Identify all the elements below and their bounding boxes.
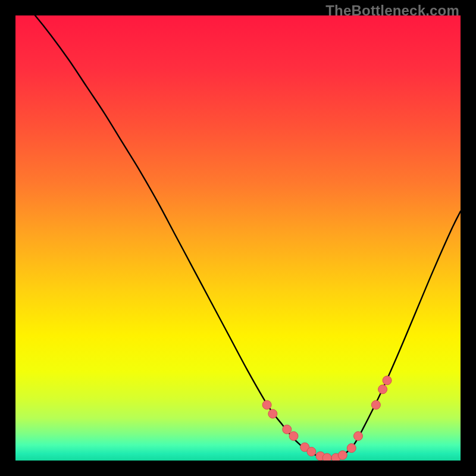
marker-dot <box>371 400 380 409</box>
chart-canvas <box>15 15 461 461</box>
marker-dot <box>347 444 356 453</box>
marker-dot <box>353 431 362 440</box>
marker-dot <box>307 447 316 456</box>
marker-dot <box>322 453 331 461</box>
marker-dot <box>383 376 392 385</box>
watermark-text: TheBottleneck.com <box>325 2 459 19</box>
marker-dot <box>289 431 298 440</box>
chart-frame <box>15 15 461 461</box>
chart-background <box>15 15 461 461</box>
marker-dot <box>262 400 271 409</box>
marker-dot <box>268 409 277 418</box>
marker-dot <box>283 425 292 434</box>
marker-dot <box>378 385 387 394</box>
marker-dot <box>338 451 347 460</box>
